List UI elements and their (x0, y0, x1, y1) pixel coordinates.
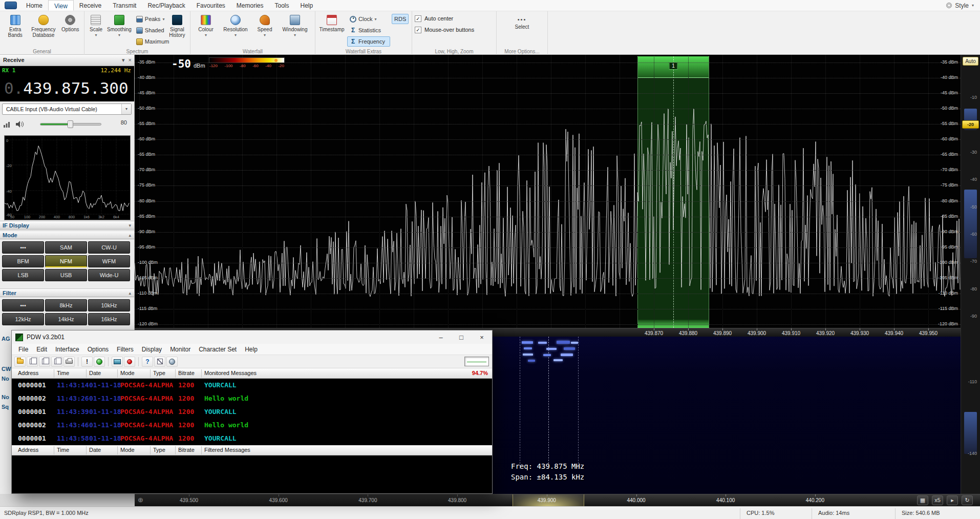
band-frequency-scale[interactable]: ⊕ ▦ x5 ▸ ↻ 439.500439.600439.700439.8004… (135, 494, 980, 506)
checkbox-checked-icon[interactable]: ✓ (415, 15, 421, 22)
filter-button-12khz[interactable]: 12kHz (2, 313, 44, 325)
frequency-button[interactable]: Σ Frequency (347, 36, 390, 47)
chevron-down-icon[interactable]: ▾ (122, 55, 125, 66)
grid-view-button[interactable]: ▦ (917, 495, 928, 505)
log-button[interactable] (51, 357, 62, 367)
paste-button[interactable] (39, 357, 50, 367)
record-button[interactable] (124, 357, 135, 367)
close-button[interactable]: × (472, 330, 492, 344)
pdw-column-type[interactable]: Type (153, 447, 165, 453)
pdw-menu-character-set[interactable]: Character Set (195, 346, 241, 353)
pdw-message-row[interactable]: 000000111:43:1401-11-18POCSAG-4ALPHA1200… (12, 379, 492, 392)
monitor-button[interactable] (112, 357, 123, 367)
clipped-section-label[interactable]: CW (2, 366, 11, 372)
filter-toggle-button[interactable] (154, 357, 165, 367)
volume-slider-handle[interactable] (68, 120, 73, 128)
ribbon-style-control[interactable]: Style ▾ (946, 0, 980, 11)
pdw-menu-interface[interactable]: Interface (51, 346, 83, 353)
pdw-column-mode[interactable]: Mode (120, 447, 135, 453)
colour-button[interactable]: Colour ▾ (193, 13, 219, 47)
clipped-section-label[interactable]: Sq (2, 404, 11, 410)
timestamp-button[interactable]: Timestamp (318, 13, 346, 47)
pdw-message-row[interactable]: 000000211:43:4601-11-18POCSAG-4ALPHA1200… (12, 419, 492, 432)
ribbon-tab-home[interactable]: Home (20, 0, 48, 11)
pdw-column-date[interactable]: Date (89, 370, 101, 376)
ribbon-tab-tools[interactable]: Tools (269, 0, 295, 11)
pdw-menu-edit[interactable]: Edit (32, 346, 51, 353)
mode-button-bfm[interactable]: BFM (2, 255, 44, 267)
pdw-message-row[interactable]: 000000111:43:5801-11-18POCSAG-4ALPHA1200… (12, 432, 492, 445)
pdw-menu-file[interactable]: File (14, 346, 32, 353)
copy-button[interactable] (27, 357, 38, 367)
mode-button-lsb[interactable]: LSB (2, 269, 44, 281)
range-handle[interactable]: -20 (962, 120, 979, 129)
frequency-database-button[interactable]: Frequency Database (29, 13, 57, 47)
pdw-menu-monitor[interactable]: Monitor (166, 346, 195, 353)
pdw-column-time[interactable]: Time (57, 370, 69, 376)
checkbox-checked-icon[interactable]: ✓ (415, 27, 421, 33)
close-icon[interactable]: × (129, 55, 132, 66)
pdw-column-address[interactable]: Address (18, 447, 38, 453)
pdw-menu-filters[interactable]: Filters (113, 346, 138, 353)
pdw-title-bar[interactable]: PDW v3.2b01 – □ × (12, 330, 492, 344)
minimize-button[interactable]: – (431, 330, 451, 344)
pdw-column-time[interactable]: Time (57, 447, 69, 453)
options-button[interactable]: Options (59, 13, 81, 47)
extra-bands-button[interactable]: Extra Bands (3, 13, 28, 47)
pan-right-button[interactable]: ▸ (947, 495, 958, 505)
pdw-message-row[interactable]: 000000211:43:2601-11-18POCSAG-4ALPHA1200… (12, 392, 492, 405)
audio-device-select[interactable]: CABLE Input (VB-Audio Virtual Cable) ▾ (2, 103, 132, 115)
pdw-menu-help[interactable]: Help (241, 346, 262, 353)
select-button[interactable]: ••• Select (509, 13, 536, 47)
app-menu-icon[interactable] (5, 2, 17, 9)
pdw-menu-display[interactable]: Display (138, 346, 166, 353)
filter-button-16khz[interactable]: 16kHz (88, 313, 130, 325)
signal-history-button[interactable]: Signal History (167, 13, 187, 47)
maximize-button[interactable]: □ (451, 330, 472, 344)
web-button[interactable] (166, 357, 178, 367)
clipped-section-label[interactable]: No (2, 394, 11, 400)
audio-meter-icon[interactable] (3, 120, 11, 130)
zoom-in-icon[interactable]: ⊕ (138, 496, 143, 504)
pdw-column-mode[interactable]: Mode (120, 370, 135, 376)
filter-button-8khz[interactable]: 8kHz (45, 299, 87, 312)
rds-toggle[interactable]: RDS (392, 14, 409, 24)
scale-button[interactable]: Scale ▾ (87, 13, 105, 47)
section-header-mode[interactable]: Mode ▴ (0, 231, 134, 239)
shaded-button[interactable]: Shaded (134, 25, 165, 35)
mode-button-usb[interactable]: USB (45, 269, 87, 281)
mode-button-dots[interactable]: ••• (2, 241, 44, 254)
open-file-button[interactable] (14, 357, 26, 367)
receive-panel-header[interactable]: Receive ▾ × (0, 55, 134, 66)
maximum-button[interactable]: Maximum (134, 36, 165, 47)
resolution-button[interactable]: Resolution ▾ (220, 13, 251, 47)
print-button[interactable] (63, 357, 75, 367)
ribbon-tab-receive[interactable]: Receive (74, 0, 107, 11)
filter-button-10khz[interactable]: 10kHz (88, 299, 130, 312)
clock-button[interactable]: Clock ▾ (347, 14, 390, 24)
alert-button[interactable]: ! (81, 357, 93, 367)
ribbon-tab-favourites[interactable]: Favourites (191, 0, 231, 11)
filter-button-14khz[interactable]: 14kHz (45, 313, 87, 325)
volume-slider[interactable] (40, 123, 101, 126)
filter-button-dots[interactable]: ••• (2, 299, 44, 312)
pdw-column-monitored-messages[interactable]: Monitored Messages (204, 370, 257, 376)
refresh-button[interactable]: ↻ (962, 495, 973, 505)
pdw-column-bitrate[interactable]: Bitrate (178, 447, 195, 453)
mouse-over-buttons-checkbox-row[interactable]: ✓ Mouse-over buttons (415, 24, 494, 34)
ribbon-tab-transmit[interactable]: Transmit (107, 0, 142, 11)
pdw-message-row[interactable]: 000000111:43:3901-11-18POCSAG-4ALPHA1200… (12, 405, 492, 419)
pdw-column-bitrate[interactable]: Bitrate (178, 370, 195, 376)
pdw-column-address[interactable]: Address (18, 370, 38, 376)
clipped-section-label[interactable]: No (2, 376, 11, 382)
pdw-column-filtered-messages[interactable]: Filtered Messages (204, 447, 250, 453)
section-header-filter[interactable]: Filter ▴ (0, 288, 134, 297)
network-button[interactable] (94, 357, 105, 367)
ribbon-tab-help[interactable]: Help (295, 0, 319, 11)
ribbon-tab-memories[interactable]: Memories (231, 0, 269, 11)
ribbon-tab-rec-playback[interactable]: Rec/Playback (142, 0, 190, 11)
zoom-factor-button[interactable]: x5 (932, 495, 943, 505)
speaker-icon[interactable] (15, 120, 25, 130)
chevron-down-icon[interactable]: ▾ (121, 104, 131, 114)
pdw-column-date[interactable]: Date (89, 447, 101, 453)
